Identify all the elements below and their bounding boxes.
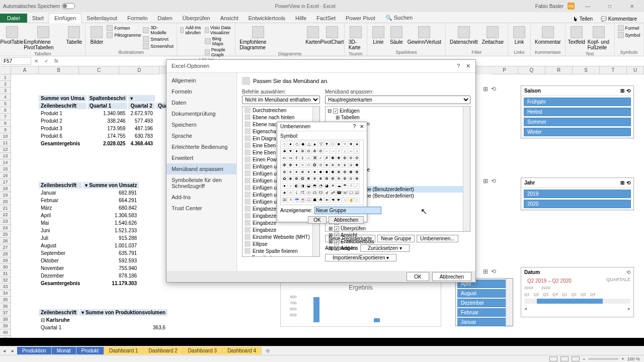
- symbol-item[interactable]: ☓: [288, 197, 293, 203]
- dialog-close-button[interactable]: ✕: [360, 124, 364, 129]
- slicer-item[interactable]: Sommer: [524, 118, 631, 126]
- command-item[interactable]: Ebene nach hinten: [243, 114, 319, 121]
- tree-node[interactable]: ⊞ Entwicklertools: [327, 238, 469, 245]
- row-25[interactable]: 25: [0, 231, 11, 238]
- dialog-help-icon[interactable]: ?: [457, 63, 460, 69]
- symbol-item[interactable]: ☏: [342, 190, 348, 196]
- symbol-item[interactable]: ✳: [288, 169, 293, 175]
- symbol-item[interactable]: ☒: [282, 197, 287, 203]
- symbol-item[interactable]: ✻: [336, 169, 342, 175]
- symbol-item[interactable]: ◓: [312, 183, 317, 189]
- symbol-item[interactable]: ✰: [348, 162, 354, 168]
- options-sidebar-item[interactable]: Erweitert: [167, 152, 236, 163]
- symbol-item[interactable]: ❄: [312, 176, 317, 182]
- row-33[interactable]: 33: [0, 284, 11, 290]
- symbol-item[interactable]: ✓: [318, 155, 324, 161]
- row-22[interactable]: 22: [0, 212, 11, 218]
- command-item[interactable]: Einzelne Webseite (MHT): [243, 233, 319, 240]
- symbol-item[interactable]: ☑: [354, 190, 360, 196]
- symbol-item[interactable]: ✣: [354, 155, 360, 161]
- symbol-item[interactable]: ☝: [348, 197, 354, 203]
- empf-pivottable-button[interactable]: Empfohlene PivotTabellen: [23, 25, 64, 51]
- row-18[interactable]: 18: [0, 186, 11, 192]
- col-D[interactable]: D: [119, 66, 159, 74]
- commands-select[interactable]: Nicht im Menüband enthaltene Befe...: [242, 96, 320, 104]
- symbol-item[interactable]: ⊘: [318, 148, 324, 154]
- row-13[interactable]: 13: [0, 153, 11, 159]
- slicer-item[interactable]: Herbst: [524, 108, 631, 116]
- row-38[interactable]: 38: [0, 316, 11, 323]
- row-26[interactable]: 26: [0, 238, 11, 244]
- row-34[interactable]: 34: [0, 290, 11, 297]
- symbol-item[interactable]: ✭: [330, 162, 336, 168]
- command-item[interactable]: Eingabeze: [243, 226, 319, 233]
- row-16[interactable]: 16: [0, 172, 11, 179]
- zoom-out-button[interactable]: −: [583, 356, 585, 361]
- symbol-item[interactable]: ❆: [324, 176, 330, 182]
- row-39[interactable]: 39: [0, 323, 11, 329]
- symbol-item[interactable]: ☊: [312, 190, 317, 196]
- clear-filter-icon[interactable]: ⟲: [491, 85, 496, 93]
- empf-diag-button[interactable]: Empfohlene Diagramme: [238, 25, 278, 51]
- symbol-item[interactable]: ✸: [318, 169, 324, 175]
- symbol-item[interactable]: ◕: [324, 183, 330, 189]
- symbol-item[interactable]: ★: [282, 190, 287, 196]
- symbol-item[interactable]: ☐: [348, 190, 354, 196]
- dialog-help-icon[interactable]: ?: [353, 124, 356, 129]
- tab-ueberpruefen[interactable]: Überprüfen: [178, 14, 215, 23]
- symbol-item[interactable]: ▲: [312, 141, 317, 147]
- symbol-item[interactable]: ❋: [354, 176, 360, 182]
- symbol-item[interactable]: ✚: [336, 155, 342, 161]
- tree-node[interactable]: ⊞ Add-Ins: [327, 245, 469, 251]
- slicer-item[interactable]: Januar: [457, 318, 511, 326]
- slicer-item[interactable]: 2019: [524, 190, 631, 198]
- symbol-item[interactable]: ✹: [324, 169, 330, 175]
- textfeld-button[interactable]: Textfeld: [569, 25, 585, 46]
- tab-ansicht[interactable]: Ansicht: [215, 14, 244, 23]
- zeitachse-button[interactable]: Zeitachse: [481, 25, 505, 46]
- symbol-item[interactable]: ●: [282, 183, 287, 189]
- fx-cancel[interactable]: ✕: [31, 58, 41, 64]
- slicer-jahr[interactable]: Jahr⊞⟲ 2019 2020: [521, 177, 634, 210]
- symbol-item[interactable]: ☆: [342, 141, 348, 147]
- kopfzeile-button[interactable]: Kopf- und Fußzeile: [587, 25, 611, 51]
- 3dkarte-button[interactable]: 3D-Karte: [348, 25, 364, 51]
- symbol-item[interactable]: ☀: [330, 183, 336, 189]
- symbol-item[interactable]: ⊕: [300, 148, 305, 154]
- sheet-nav-left[interactable]: ◂: [0, 348, 9, 353]
- piktogramme-button[interactable]: Piktogramme: [107, 32, 141, 38]
- clear-filter-icon[interactable]: ⟲: [491, 177, 496, 185]
- pivot-table-3[interactable]: Zeilenbeschrift▾ Summe von Produktionsvo…: [38, 308, 169, 332]
- symbol-item[interactable]: ☚: [330, 197, 336, 203]
- symbol-item[interactable]: ☁: [336, 183, 342, 189]
- row-7[interactable]: 7: [0, 114, 11, 120]
- symbol-item[interactable]: ❈: [336, 176, 342, 182]
- col-B[interactable]: B: [39, 66, 79, 74]
- col-A[interactable]: A: [11, 66, 39, 74]
- sheet-nav-right[interactable]: ▸: [9, 348, 17, 353]
- symbol-item[interactable]: ☃: [348, 183, 354, 189]
- symbol-item[interactable]: ✪: [312, 162, 317, 168]
- symbol-item[interactable]: ⌂: [306, 155, 311, 161]
- pivotchart-button[interactable]: PivotChart: [323, 25, 341, 46]
- row-36[interactable]: 36: [0, 303, 11, 310]
- minimize-button[interactable]: —: [579, 0, 597, 12]
- row-5[interactable]: 5: [0, 101, 11, 107]
- tree-node[interactable]: ⊞ Ansicht: [327, 232, 469, 238]
- options-sidebar-item[interactable]: Formeln: [167, 86, 236, 97]
- row-24[interactable]: 24: [0, 225, 11, 231]
- symbol-item[interactable]: ☘: [318, 197, 324, 203]
- row-41[interactable]: 41: [0, 336, 11, 338]
- symbol-item[interactable]: ⌘: [312, 155, 317, 161]
- options-sidebar-item[interactable]: Symbolleiste für den Schnellzugriff: [167, 174, 236, 192]
- symbol-item[interactable]: ✴: [294, 169, 299, 175]
- displayname-input[interactable]: [314, 207, 381, 214]
- symbol-item[interactable]: ○: [282, 141, 287, 147]
- symbol-item[interactable]: ♦: [294, 148, 299, 154]
- name-box[interactable]: F57: [1, 57, 31, 65]
- symbol-button[interactable]: Symbol: [618, 32, 640, 38]
- row-8[interactable]: 8: [0, 120, 11, 127]
- symbol-item[interactable]: ☇: [294, 190, 299, 196]
- symbol-item[interactable]: ⇑: [294, 155, 299, 161]
- symbol-item[interactable]: ✥: [288, 162, 293, 168]
